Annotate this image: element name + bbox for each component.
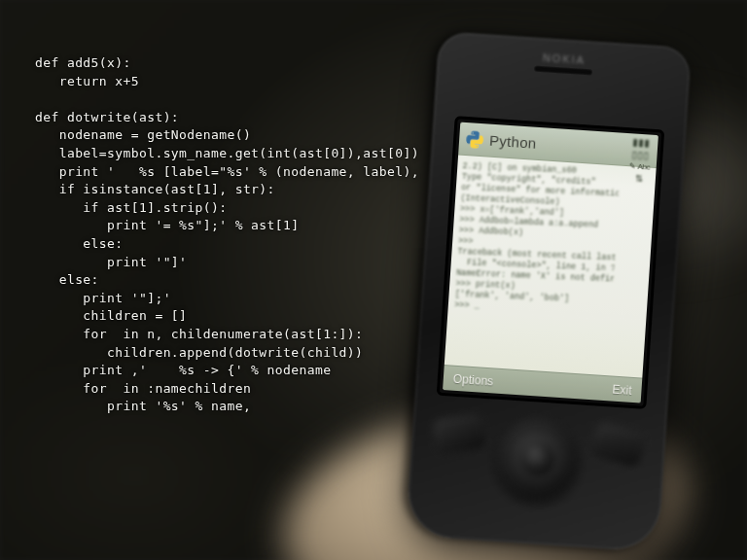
battery-icon: ▯▯▯ xyxy=(631,149,650,160)
status-bar: ▮▮▮ ▯▯▯ ✎ Abc ⇅ xyxy=(622,133,658,197)
app-title: Python xyxy=(489,132,538,152)
softkey-bar: Options Exit xyxy=(443,365,642,402)
earpiece xyxy=(534,66,592,76)
right-soft-button[interactable] xyxy=(589,421,648,469)
python-console[interactable]: 2.2) [C] on symbian_s60 Type "copyright"… xyxy=(451,161,621,371)
signal-icon: ▮▮▮ xyxy=(632,136,651,148)
screen-bezel: Python ▮▮▮ ▯▯▯ ✎ Abc ⇅ 2.2) [C] on symbi… xyxy=(437,116,665,409)
softkey-options[interactable]: Options xyxy=(452,371,493,388)
phone-keypad[interactable] xyxy=(431,411,643,527)
network-icon: ⇅ xyxy=(635,173,644,185)
input-mode-indicator: ✎ Abc xyxy=(629,161,651,171)
phone-screen: Python ▮▮▮ ▯▯▯ ✎ Abc ⇅ 2.2) [C] on symbi… xyxy=(443,122,658,403)
left-soft-button[interactable] xyxy=(432,413,487,455)
dpad[interactable] xyxy=(494,415,581,502)
softkey-exit[interactable]: Exit xyxy=(612,382,632,397)
nokia-phone: NOKIA Python ▮▮▮ ▯▯▯ ✎ Abc ⇅ 2.2) [C] on… xyxy=(406,31,692,552)
python-icon xyxy=(465,128,485,149)
